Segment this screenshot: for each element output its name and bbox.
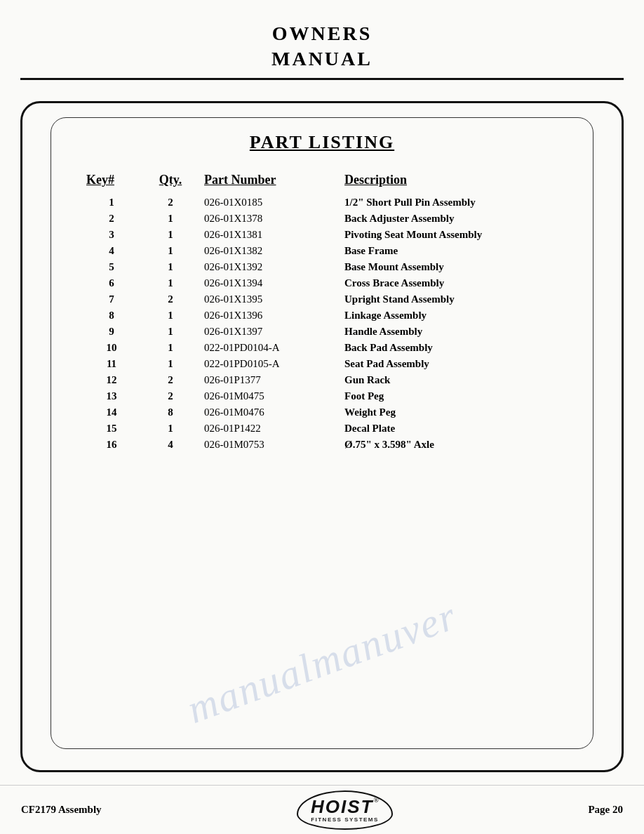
footer: CF2179 Assembly HOIST® FITNESS SYSTEMS P…	[0, 785, 644, 834]
cell-key: 7	[72, 291, 142, 307]
table-row: 148026-01M0476Weight Peg	[72, 404, 572, 421]
cell-qty: 1	[142, 275, 199, 291]
cell-key: 12	[72, 372, 142, 388]
table-row: 12026-01X01851/2" Short Pull Pin Assembl…	[72, 194, 572, 211]
cell-key: 5	[72, 259, 142, 275]
cell-part-number: 026-01X1394	[199, 275, 339, 291]
page-title: OWNERS MANUAL	[20, 21, 624, 72]
footer-left-label: CF2179 Assembly	[21, 804, 102, 816]
header-divider	[20, 78, 624, 80]
cell-description: Base Mount Assembly	[339, 259, 572, 275]
footer-logo: HOIST® FITNESS SYSTEMS	[297, 790, 393, 830]
cell-qty: 1	[142, 356, 199, 372]
table-row: 61026-01X1394Cross Brace Assembly	[72, 275, 572, 291]
cell-part-number: 026-01X1397	[199, 324, 339, 340]
cell-description: Handle Assembly	[339, 324, 572, 340]
footer-page-number: Page 20	[588, 804, 623, 816]
cell-key: 6	[72, 275, 142, 291]
table-row: 81026-01X1396Linkage Assembly	[72, 307, 572, 324]
cell-qty: 8	[142, 404, 199, 421]
hoist-logo-box: HOIST® FITNESS SYSTEMS	[297, 790, 393, 830]
cell-part-number: 026-01X1382	[199, 243, 339, 259]
cell-key: 4	[72, 243, 142, 259]
cell-qty: 1	[142, 259, 199, 275]
table-row: 41026-01X1382Base Frame	[72, 243, 572, 259]
cell-part-number: 026-01P1377	[199, 372, 339, 388]
cell-key: 3	[72, 227, 142, 243]
cell-part-number: 026-01P1422	[199, 421, 339, 437]
cell-description: Weight Peg	[339, 404, 572, 421]
cell-description: Upright Stand Assembly	[339, 291, 572, 307]
table-row: 164026-01M0753Ø.75" x 3.598" Axle	[72, 437, 572, 453]
cell-qty: 1	[142, 421, 199, 437]
cell-description: Ø.75" x 3.598" Axle	[339, 437, 572, 453]
table-header-row: Key# Qty. Part Number Description	[72, 170, 572, 194]
cell-key: 15	[72, 421, 142, 437]
table-row: 72026-01X1395Upright Stand Assembly	[72, 291, 572, 307]
cell-part-number: 022-01PD0105-A	[199, 356, 339, 372]
table-row: 122026-01P1377Gun Rack	[72, 372, 572, 388]
cell-key: 14	[72, 404, 142, 421]
logo-text: HOIST®	[311, 796, 379, 818]
cell-description: Foot Peg	[339, 388, 572, 404]
cell-key: 13	[72, 388, 142, 404]
table-row: 51026-01X1392Base Mount Assembly	[72, 259, 572, 275]
cell-part-number: 026-01X1378	[199, 211, 339, 227]
cell-qty: 1	[142, 307, 199, 324]
cell-description: Cross Brace Assembly	[339, 275, 572, 291]
cell-part-number: 026-01M0475	[199, 388, 339, 404]
header: OWNERS MANUAL	[20, 0, 624, 94]
cell-key: 8	[72, 307, 142, 324]
cell-qty: 1	[142, 340, 199, 356]
cell-qty: 1	[142, 211, 199, 227]
title-line2: MANUAL	[271, 48, 373, 70]
cell-description: Back Adjuster Assembly	[339, 211, 572, 227]
cell-part-number: 022-01PD0104-A	[199, 340, 339, 356]
table-row: 101022-01PD0104-ABack Pad Assembly	[72, 340, 572, 356]
cell-key: 10	[72, 340, 142, 356]
table-row: 151026-01P1422Decal Plate	[72, 421, 572, 437]
table-row: 111022-01PD0105-ASeat Pad Assembly	[72, 356, 572, 372]
cell-qty: 2	[142, 194, 199, 211]
parts-table: Key# Qty. Part Number Description 12026-…	[72, 170, 572, 453]
cell-part-number: 026-01X0185	[199, 194, 339, 211]
cell-key: 16	[72, 437, 142, 453]
cell-part-number: 026-01X1381	[199, 227, 339, 243]
cell-description: Gun Rack	[339, 372, 572, 388]
table-row: 91026-01X1397Handle Assembly	[72, 324, 572, 340]
cell-key: 9	[72, 324, 142, 340]
cell-description: Seat Pad Assembly	[339, 356, 572, 372]
table-row: 31026-01X1381Pivoting Seat Mount Assembl…	[72, 227, 572, 243]
cell-qty: 2	[142, 291, 199, 307]
cell-key: 1	[72, 194, 142, 211]
cell-description: Linkage Assembly	[339, 307, 572, 324]
title-line1: OWNERS	[272, 22, 372, 44]
cell-qty: 2	[142, 372, 199, 388]
table-row: 21026-01X1378Back Adjuster Assembly	[72, 211, 572, 227]
cell-description: Pivoting Seat Mount Assembly	[339, 227, 572, 243]
section-title: PART LISTING	[72, 132, 572, 153]
logo-sub-text: FITNESS SYSTEMS	[311, 816, 379, 823]
col-header-part: Part Number	[199, 170, 339, 194]
logo-hoist-text: HOIST	[311, 796, 373, 818]
cell-part-number: 026-01X1395	[199, 291, 339, 307]
cell-qty: 1	[142, 227, 199, 243]
cell-qty: 1	[142, 243, 199, 259]
col-header-key: Key#	[72, 170, 142, 194]
cell-part-number: 026-01X1392	[199, 259, 339, 275]
cell-qty: 4	[142, 437, 199, 453]
cell-description: Back Pad Assembly	[339, 340, 572, 356]
cell-part-number: 026-01X1396	[199, 307, 339, 324]
cell-qty: 1	[142, 324, 199, 340]
cell-qty: 2	[142, 388, 199, 404]
table-row: 132026-01M0475Foot Peg	[72, 388, 572, 404]
page: OWNERS MANUAL PART LISTING Key# Qty. Par…	[0, 0, 644, 834]
cell-key: 2	[72, 211, 142, 227]
cell-part-number: 026-01M0476	[199, 404, 339, 421]
main-content-box: PART LISTING Key# Qty. Part Number Descr…	[20, 101, 624, 772]
cell-part-number: 026-01M0753	[199, 437, 339, 453]
logo-trademark: ®	[373, 796, 379, 804]
cell-key: 11	[72, 356, 142, 372]
cell-description: Decal Plate	[339, 421, 572, 437]
inner-border-box: PART LISTING Key# Qty. Part Number Descr…	[51, 117, 593, 749]
